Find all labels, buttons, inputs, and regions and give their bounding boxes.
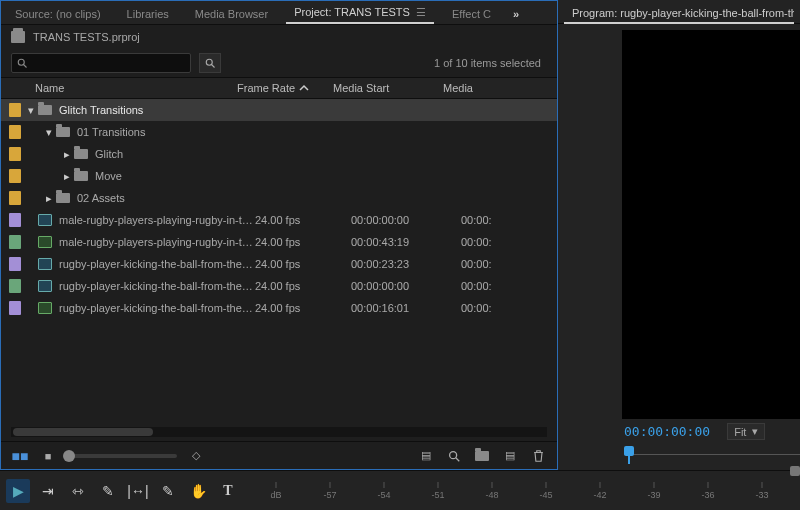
new-search-bin-button[interactable]	[199, 53, 221, 73]
project-row[interactable]: ▾01 Transitions	[1, 121, 557, 143]
col-frame-rate[interactable]: Frame Rate	[237, 82, 333, 94]
svg-line-1	[24, 65, 27, 68]
search-input[interactable]	[32, 57, 186, 69]
icon-view-button[interactable]: ■	[39, 447, 57, 465]
track-select-tool[interactable]: ⇥	[36, 479, 60, 503]
folder-icon	[73, 147, 89, 161]
svg-line-3	[212, 65, 215, 68]
trash-icon	[532, 449, 545, 463]
db-tick: dB	[270, 482, 281, 500]
col-media-start[interactable]: Media Start	[333, 82, 443, 94]
expand-toggle[interactable]: ▸	[43, 192, 55, 205]
media-end: 00:00:	[461, 214, 557, 226]
rate-stretch-tool[interactable]: ✎	[96, 479, 120, 503]
svg-point-4	[450, 451, 457, 458]
project-row[interactable]: rugby-player-kicking-the-ball-from-the-k…	[1, 275, 557, 297]
project-item-list: ▾Glitch Transitions▾01 Transitions▸Glitc…	[1, 99, 557, 423]
project-row[interactable]: rugby-player-kicking-the-ball-from-the-k…	[1, 297, 557, 319]
expand-toggle[interactable]: ▸	[61, 148, 73, 161]
expand-toggle[interactable]: ▸	[61, 170, 73, 183]
project-row[interactable]: ▸02 Assets	[1, 187, 557, 209]
tab-menu-icon[interactable]: ☰	[413, 6, 426, 18]
find-button[interactable]	[445, 447, 463, 465]
project-row[interactable]: ▸Move	[1, 165, 557, 187]
expand-toggle[interactable]: ▾	[25, 104, 37, 117]
item-name[interactable]: male-rugby-players-playing-rugby-in-the-…	[59, 236, 255, 248]
label-color[interactable]	[9, 125, 21, 139]
new-item-button[interactable]: ▤	[501, 447, 519, 465]
col-name[interactable]: Name	[1, 82, 237, 94]
project-row[interactable]: male-rugby-players-playing-rugby-in-the-…	[1, 209, 557, 231]
sort-icons-button[interactable]: ◇	[187, 447, 205, 465]
col-frame-rate-label: Frame Rate	[237, 82, 295, 94]
label-color[interactable]	[9, 147, 21, 161]
item-name[interactable]: rugby-player-kicking-the-ball-from-the-k…	[59, 258, 255, 270]
program-scrubber[interactable]	[624, 446, 800, 470]
sequence-icon	[37, 301, 53, 315]
tab-program[interactable]: Program: rugby-player-kicking-the-ball-f…	[564, 4, 794, 24]
label-color[interactable]	[9, 257, 21, 271]
thumbnail-zoom-slider[interactable]	[67, 454, 177, 458]
clip-icon	[37, 257, 53, 271]
project-row[interactable]: ▾Glitch Transitions	[1, 99, 557, 121]
tab-media-browser[interactable]: Media Browser	[187, 5, 276, 23]
item-name[interactable]: Glitch Transitions	[59, 104, 255, 116]
tab-source[interactable]: Source: (no clips)	[7, 5, 109, 23]
col-media-end[interactable]: Media	[443, 82, 557, 94]
svg-point-2	[206, 59, 212, 65]
media-end: 00:00:	[461, 258, 557, 270]
item-name[interactable]: rugby-player-kicking-the-ball-from-the-k…	[59, 280, 255, 292]
item-name[interactable]: Move	[95, 170, 255, 182]
project-panel: Source: (no clips) Libraries Media Brows…	[0, 0, 558, 470]
tab-libraries[interactable]: Libraries	[119, 5, 177, 23]
zoom-fit-select[interactable]: Fit ▾	[727, 423, 765, 440]
project-row[interactable]: rugby-player-kicking-the-ball-from-the-k…	[1, 253, 557, 275]
label-color[interactable]	[9, 191, 21, 205]
list-view-button[interactable]: ■■	[11, 447, 29, 465]
search-input-wrapper[interactable]	[11, 53, 191, 73]
folder-icon	[37, 103, 53, 117]
tab-project[interactable]: Project: TRANS TESTS ☰	[286, 3, 434, 24]
delete-button[interactable]	[529, 447, 547, 465]
label-color[interactable]	[9, 213, 21, 227]
clip-icon	[37, 213, 53, 227]
media-end: 00:00:	[461, 280, 557, 292]
type-tool[interactable]: T	[216, 479, 240, 503]
media-start: 00:00:00:00	[351, 214, 461, 226]
tab-effect-controls[interactable]: Effect C	[444, 5, 499, 23]
label-color[interactable]	[9, 169, 21, 183]
item-name[interactable]: 02 Assets	[77, 192, 255, 204]
panel-tabs: Source: (no clips) Libraries Media Brows…	[1, 1, 557, 25]
db-tick: -48	[485, 482, 498, 500]
label-color[interactable]	[9, 235, 21, 249]
selection-tool[interactable]: ▶	[6, 479, 30, 503]
playhead[interactable]	[624, 446, 634, 456]
hand-tool[interactable]: ✋	[186, 479, 210, 503]
tabs-overflow-button[interactable]: »	[509, 8, 523, 20]
slip-tool[interactable]: |↔|	[126, 479, 150, 503]
marker-icon[interactable]	[790, 466, 800, 476]
item-name[interactable]: 01 Transitions	[77, 126, 255, 138]
horizontal-scrollbar[interactable]	[11, 427, 547, 437]
program-viewer[interactable]	[622, 30, 800, 419]
label-color[interactable]	[9, 279, 21, 293]
db-tick: -54	[377, 482, 390, 500]
project-row[interactable]: ▸Glitch	[1, 143, 557, 165]
new-bin-button[interactable]	[473, 447, 491, 465]
frame-rate: 24.00 fps	[255, 214, 351, 226]
item-name[interactable]: male-rugby-players-playing-rugby-in-the-…	[59, 214, 255, 226]
item-name[interactable]: Glitch	[95, 148, 255, 160]
expand-toggle[interactable]: ▾	[43, 126, 55, 139]
program-timecode[interactable]: 00:00:00:00	[624, 424, 710, 439]
frame-rate: 24.00 fps	[255, 302, 351, 314]
pen-tool[interactable]: ✎	[156, 479, 180, 503]
label-color[interactable]	[9, 103, 21, 117]
item-name[interactable]: rugby-player-kicking-the-ball-from-the-k…	[59, 302, 255, 314]
db-tick: -51	[431, 482, 444, 500]
media-start: 00:00:16:01	[351, 302, 461, 314]
project-row[interactable]: male-rugby-players-playing-rugby-in-the-…	[1, 231, 557, 253]
automate-to-sequence-button[interactable]: ▤	[417, 447, 435, 465]
program-monitor-panel: Program: rugby-player-kicking-the-ball-f…	[558, 0, 800, 470]
label-color[interactable]	[9, 301, 21, 315]
ripple-edit-tool[interactable]: ⇿	[66, 479, 90, 503]
